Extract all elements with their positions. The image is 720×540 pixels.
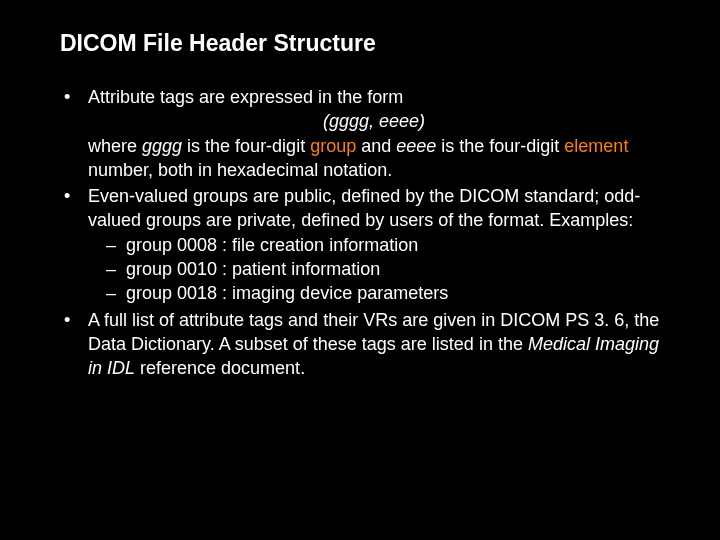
slide-title: DICOM File Header Structure (60, 30, 660, 57)
bullet-text: A full list of attribute tags and their … (88, 310, 659, 379)
var-gggg: gggg (142, 136, 182, 156)
tag-form-notation: (gggg, eeee) (88, 109, 660, 133)
bullet-item: Even-valued groups are public, defined b… (60, 184, 660, 305)
sub-item: group 0010 : patient information (106, 257, 660, 281)
sub-item: group 0008 : file creation information (106, 233, 660, 257)
keyword-element: element (564, 136, 628, 156)
bullet-list: Attribute tags are expressed in the form… (60, 85, 660, 381)
bullet-text: Attribute tags are expressed in the form (88, 87, 403, 107)
sub-item: group 0018 : imaging device parameters (106, 281, 660, 305)
sub-list: group 0008 : file creation information g… (106, 233, 660, 306)
bullet-item: A full list of attribute tags and their … (60, 308, 660, 381)
bullet-item: Attribute tags are expressed in the form… (60, 85, 660, 182)
slide: DICOM File Header Structure Attribute ta… (0, 0, 720, 540)
keyword-group: group (310, 136, 356, 156)
bullet-text: Even-valued groups are public, defined b… (88, 186, 640, 230)
bullet-text: where gggg is the four-digit group and e… (88, 136, 628, 180)
var-eeee: eeee (396, 136, 436, 156)
